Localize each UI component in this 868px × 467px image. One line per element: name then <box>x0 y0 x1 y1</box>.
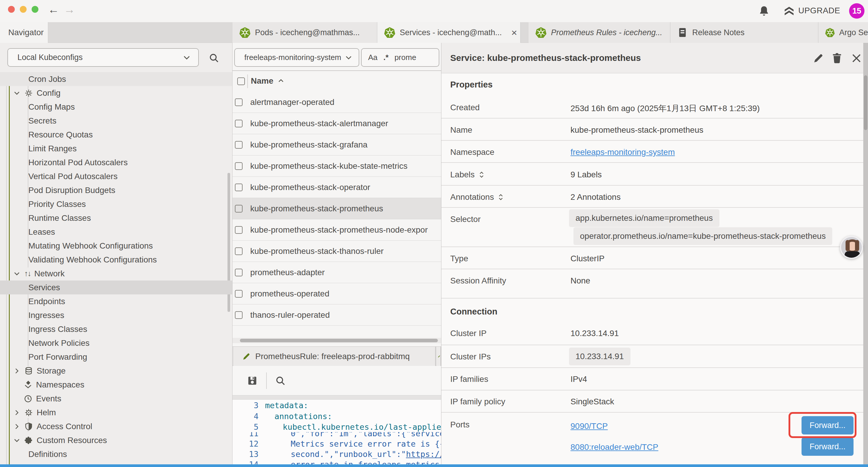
tab-release-notes[interactable]: Release Notes <box>670 22 818 43</box>
column-header-name[interactable]: Name <box>251 76 284 86</box>
traffic-light-minimize[interactable] <box>20 6 27 13</box>
match-case-icon[interactable]: Aa <box>368 53 378 62</box>
row-checkbox[interactable] <box>235 162 243 170</box>
row-checkbox[interactable] <box>235 226 243 234</box>
row-checkbox[interactable] <box>235 120 243 127</box>
upgrade-label[interactable]: UPGRADE <box>798 6 840 16</box>
table-row[interactable]: kube-prometheus-stack-alertmanager <box>232 113 441 134</box>
row-checkbox[interactable] <box>235 141 243 149</box>
sidebar-item-namespaces[interactable]: Namespaces <box>0 378 232 391</box>
sidebar-item-priority-classes[interactable]: Priority Classes <box>0 197 232 211</box>
sidebar-item-endpoints[interactable]: Endpoints <box>0 294 232 308</box>
editor-tab-label: PrometheusRule: freeleaps-prod-rabbitmq <box>255 352 410 361</box>
save-icon[interactable] <box>247 375 258 386</box>
sidebar-item-leases[interactable]: Leases <box>0 225 232 239</box>
editor-tab-prometheusrule[interactable]: PrometheusRule: freeleaps-prod-rabbitmq <box>234 347 436 366</box>
sidebar-item-validating-webhook-configurations[interactable]: Validating Webhook Configurations <box>0 253 232 267</box>
editor-tab-partial[interactable] <box>436 347 441 366</box>
namespace-link[interactable]: freeleaps-monitoring-system <box>570 147 675 157</box>
forward-arrow-icon[interactable]: → <box>64 3 75 16</box>
table-row[interactable]: kube-prometheus-stack-kube-state-metrics <box>232 155 441 177</box>
sidebar-item-custom-resources[interactable]: Custom Resources <box>0 433 232 447</box>
tab-prometheus-rules[interactable]: Prometheus Rules - icecheng... <box>529 22 670 43</box>
sidebar-item-storage[interactable]: Storage <box>0 364 232 378</box>
tab-navigator[interactable]: Navigator <box>0 22 48 43</box>
regex-icon[interactable]: .* <box>383 53 389 62</box>
yaml-link[interactable]: https://net <box>406 449 441 459</box>
tab-argo[interactable]: Argo Se <box>818 22 868 43</box>
notification-badge[interactable]: 15 <box>849 3 864 19</box>
table-row[interactable]: alertmanager-operated <box>232 92 441 113</box>
sidebar-item-limit-ranges[interactable]: Limit Ranges <box>0 142 232 155</box>
line-number: 11 <box>232 432 265 438</box>
sidebar-item-cron-jobs[interactable]: Cron Jobs <box>0 72 232 86</box>
port-link-9090[interactable]: 9090/TCP <box>570 421 608 431</box>
row-checkbox[interactable] <box>235 205 243 212</box>
window-scrollbar-thumb[interactable] <box>864 76 867 130</box>
table-row[interactable]: kube-prometheus-stack-grafana <box>232 134 441 155</box>
port-link-8080[interactable]: 8080:reloader-web/TCP <box>570 442 658 452</box>
sidebar-item-vertical-pod-autoscalers[interactable]: Vertical Pod Autoscalers <box>0 169 232 183</box>
traffic-light-close[interactable] <box>8 6 15 13</box>
namespace-filter-select[interactable]: freeleaps-monitoring-system <box>234 48 359 67</box>
table-search-input[interactable]: Aa .* prome <box>361 48 439 67</box>
search-icon[interactable] <box>209 53 219 63</box>
sidebar-item-mutating-webhook-configurations[interactable]: Mutating Webhook Configurations <box>0 239 232 253</box>
row-checkbox[interactable] <box>235 269 243 276</box>
table-row[interactable]: kube-prometheus-stack-thanos-ruler <box>232 241 441 262</box>
sidebar-item-helm[interactable]: Helm <box>0 406 232 419</box>
sidebar-item-access-control[interactable]: Access Control <box>0 419 232 433</box>
sidebar-item-network-policies[interactable]: Network Policies <box>0 336 232 350</box>
section-heading-connection: Connection <box>450 307 498 317</box>
sidebar-item-resource-quotas[interactable]: Resource Quotas <box>0 128 232 142</box>
row-checkbox[interactable] <box>235 311 243 319</box>
sidebar-item-ingresses[interactable]: Ingresses <box>0 308 232 322</box>
sidebar-item-network[interactable]: ↑↓ Network <box>0 267 232 281</box>
bell-icon[interactable] <box>758 5 770 17</box>
sidebar-item-config[interactable]: Config <box>0 86 232 100</box>
line-number: 13 <box>232 449 265 459</box>
sidebar-item-runtime-classes[interactable]: Runtime Classes <box>0 211 232 225</box>
tab-pods[interactable]: Pods - icecheng@mathmas... <box>232 22 377 43</box>
sidebar-item-definitions[interactable]: Definitions <box>0 447 232 461</box>
sidebar-item-port-forwarding[interactable]: Port Forwarding <box>0 350 232 364</box>
close-icon[interactable] <box>850 52 863 64</box>
table-row[interactable]: thanos-ruler-operated <box>232 304 441 326</box>
sidebar-item-label: Storage <box>37 366 66 376</box>
traffic-light-zoom[interactable] <box>32 6 38 13</box>
table-row[interactable]: kube-prometheus-stack-operator <box>232 177 441 198</box>
close-tab-icon[interactable]: × <box>512 28 517 37</box>
tab-label: Release Notes <box>692 28 745 37</box>
back-arrow-icon[interactable]: ← <box>48 3 59 16</box>
select-all-checkbox[interactable] <box>237 78 245 85</box>
expand-collapse-icon[interactable] <box>497 193 505 201</box>
avatar[interactable] <box>840 236 863 259</box>
sidebar-item-events[interactable]: Events <box>0 391 232 406</box>
sidebar-item-secrets[interactable]: Secrets <box>0 114 232 128</box>
table-row[interactable]: prometheus-operated <box>232 283 441 304</box>
search-icon[interactable] <box>275 375 286 386</box>
sidebar-item-services[interactable]: Services <box>0 281 232 294</box>
sidebar-item-label: Pod Disruption Budgets <box>28 185 115 195</box>
yaml-editor[interactable]: 3 metadata: 4 annotations: 5 kubectl.kub… <box>232 400 441 467</box>
row-checkbox[interactable] <box>235 247 243 255</box>
forward-button-8080[interactable]: Forward... <box>802 437 854 456</box>
expand-collapse-icon[interactable] <box>478 171 486 178</box>
sidebar-item-horizontal-pod-autoscalers[interactable]: Horizontal Pod Autoscalers <box>0 155 232 169</box>
table-row-selected[interactable]: kube-prometheus-stack-prometheus <box>232 198 441 219</box>
row-checkbox[interactable] <box>235 98 243 106</box>
row-checkbox[interactable] <box>235 183 243 191</box>
kubeconfig-selector[interactable]: Local Kubeconfigs <box>7 48 199 67</box>
horizontal-scrollbar[interactable] <box>232 338 441 343</box>
table-row[interactable]: prometheus-adapter <box>232 262 441 283</box>
trash-icon[interactable] <box>831 52 843 64</box>
upgrade-icon[interactable] <box>783 6 795 17</box>
table-row[interactable]: kube-prometheus-stack-prometheus-node-ex… <box>232 219 441 241</box>
sidebar-item-pod-disruption-budgets[interactable]: Pod Disruption Budgets <box>0 183 232 197</box>
tab-services[interactable]: Services - icecheng@math... × <box>377 22 521 43</box>
edit-icon[interactable] <box>812 52 825 64</box>
scrollbar-thumb[interactable] <box>240 339 438 342</box>
row-checkbox[interactable] <box>235 290 243 298</box>
sidebar-item-ingress-classes[interactable]: Ingress Classes <box>0 322 232 336</box>
sidebar-item-config-maps[interactable]: Config Maps <box>0 100 232 114</box>
